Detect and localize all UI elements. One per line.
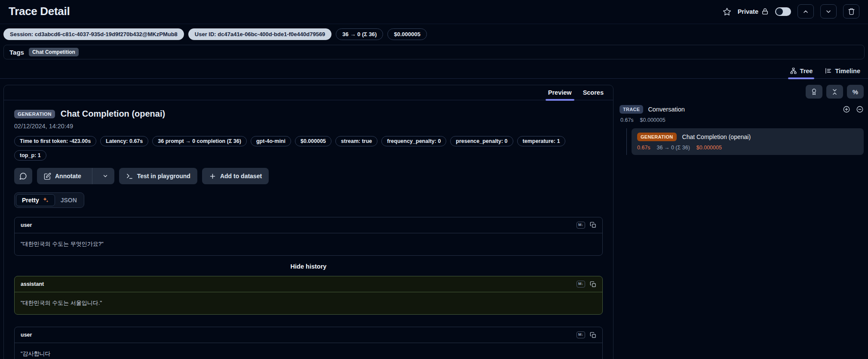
token-usage-badge: 36 → 0 (Σ 36)	[336, 28, 383, 40]
annotate-dropdown-button[interactable]	[96, 168, 114, 184]
delete-trace-button[interactable]	[843, 4, 859, 19]
user-id-badge[interactable]: User ID: dc47a41e-06bc-400d-bde1-f0e440d…	[188, 28, 332, 40]
tab-json[interactable]: JSON	[55, 195, 83, 206]
annotate-button[interactable]: Annotate	[37, 168, 88, 184]
chevron-up-icon	[802, 8, 809, 15]
main-area: Preview Scores GENERATION Chat Completio…	[0, 79, 868, 359]
markdown-toggle-icon[interactable]: M↓	[577, 281, 585, 288]
scores-award-button[interactable]	[806, 85, 822, 99]
pretty-label: Pretty	[22, 197, 39, 204]
message-assistant: assistant M↓ "대한민국의 수도는 서울입니다."	[14, 276, 603, 315]
message-role: user	[21, 332, 32, 338]
message-role: user	[21, 222, 32, 228]
fold-vertical-icon	[831, 88, 838, 96]
pill-token-usage: 36 prompt → 0 completion (Σ 36)	[152, 136, 247, 146]
expand-all-icon[interactable]	[843, 105, 850, 113]
session-badge[interactable]: Session: cd3abcd6-c81c-4037-935d-19d9f27…	[3, 28, 184, 40]
trace-cost: $0.000005	[640, 117, 666, 123]
generation-node-metrics: 0.67s 36 → 0 (Σ 36) $0.000005	[637, 145, 858, 151]
pen-square-icon	[44, 173, 51, 180]
pill-time-to-first-token: Time to first token: -423.00s	[14, 136, 96, 146]
tab-tree[interactable]: Tree	[790, 67, 813, 78]
trace-type-badge: TRACE	[620, 105, 643, 114]
node-cost: $0.000005	[696, 145, 722, 151]
generation-type-badge: GENERATION	[637, 133, 677, 141]
observation-panel: Preview Scores GENERATION Chat Completio…	[3, 85, 613, 359]
toggle-metrics-button[interactable]: %	[847, 85, 864, 99]
next-observation-button[interactable]	[820, 4, 837, 19]
sparkles-icon	[42, 197, 49, 204]
message-user-2: user M↓ "감사합니다 "	[14, 327, 603, 359]
trace-metrics: 0.67s $0.000005	[620, 114, 864, 128]
message-content: "대한민국의 수도는 무엇인가요?"	[15, 233, 602, 256]
add-to-dataset-button[interactable]: Add to dataset	[202, 168, 269, 184]
hide-history-button[interactable]: Hide history	[14, 256, 603, 276]
tag-chat-competition[interactable]: Chat Competition	[29, 48, 79, 56]
trace-tree-panel: % TRACE Conversation 0.67s $0.000005 GE	[620, 85, 865, 155]
cost-badge: $0.000005	[387, 28, 426, 40]
annotate-label: Annotate	[55, 173, 81, 180]
pill-latency: Latency: 0.67s	[100, 136, 148, 146]
collapse-node-icon[interactable]	[856, 105, 864, 113]
markdown-toggle-icon[interactable]: M↓	[577, 222, 585, 229]
format-toggle: Pretty JSON	[14, 192, 84, 208]
public-toggle[interactable]	[775, 7, 791, 16]
comments-button[interactable]	[14, 168, 32, 184]
copy-icon[interactable]	[590, 332, 596, 338]
comment-icon	[19, 172, 27, 180]
pill-frequency-penalty: frequency_penalty: 0	[381, 136, 446, 146]
percent-icon: %	[853, 88, 858, 96]
test-in-playground-button[interactable]: Test in playground	[119, 168, 197, 184]
tab-scores[interactable]: Scores	[583, 89, 604, 100]
button-divider	[92, 168, 92, 184]
pill-presence-penalty: presence_penalty: 0	[450, 136, 513, 146]
copy-icon[interactable]	[590, 222, 596, 228]
tab-preview[interactable]: Preview	[548, 89, 572, 100]
page-title: Trace Detail	[9, 5, 70, 18]
tab-timeline-label: Timeline	[835, 68, 860, 74]
terminal-icon	[126, 173, 133, 180]
tab-pretty[interactable]: Pretty	[16, 194, 55, 206]
message-content: "대한민국의 수도는 서울입니다."	[15, 292, 602, 315]
panel-tabs: Preview Scores	[4, 85, 613, 100]
messages-list: user M↓ "대한민국의 수도는 무엇인가요?" Hide history …	[14, 217, 603, 359]
tree-children: GENERATION Chat Completion (openai) 0.67…	[626, 128, 864, 155]
action-buttons: Annotate Test in playground Add to datas…	[4, 161, 613, 184]
message-role: assistant	[21, 281, 44, 287]
view-tabs: Tree Timeline	[0, 62, 868, 79]
generation-node-title: Chat Completion (openai)	[682, 133, 751, 140]
plus-icon	[209, 173, 216, 180]
trace-root-row[interactable]: TRACE Conversation	[620, 105, 864, 114]
node-latency: 0.67s	[637, 145, 650, 151]
trace-badges-row: Session: cd3abcd6-c81c-4037-935d-19d9f27…	[0, 24, 868, 44]
message-user-1: user M↓ "대한민국의 수도는 무엇인가요?"	[14, 217, 603, 256]
markdown-toggle-icon[interactable]: M↓	[577, 331, 585, 338]
metric-pills: Time to first token: -423.00s Latency: 0…	[4, 130, 606, 161]
star-icon[interactable]	[723, 7, 731, 16]
chevron-down-icon	[825, 8, 832, 15]
annotate-button-group: Annotate	[37, 168, 114, 184]
observation-type-badge: GENERATION	[14, 110, 55, 118]
generation-node-selected[interactable]: GENERATION Chat Completion (openai) 0.67…	[632, 128, 864, 155]
tab-timeline[interactable]: Timeline	[825, 67, 860, 78]
trash-icon	[848, 8, 855, 15]
tree-icon	[790, 67, 797, 74]
node-tokens: 36 → 0 (Σ 36)	[657, 145, 690, 151]
observation-title: Chat Completion (openai)	[61, 109, 165, 119]
header-actions: Private	[723, 4, 859, 19]
observation-timestamp: 02/12/2024, 14:20:49	[14, 123, 603, 130]
prev-observation-button[interactable]	[797, 4, 814, 19]
tags-container: Tags Chat Competition	[3, 45, 865, 59]
pill-top-p: top_p: 1	[14, 150, 46, 161]
timeline-icon	[825, 67, 832, 74]
tree-toolbar: %	[620, 85, 864, 105]
collapse-all-button[interactable]	[826, 85, 843, 99]
copy-icon[interactable]	[590, 281, 596, 288]
privacy-label: Private	[738, 8, 758, 15]
privacy-label-group: Private	[738, 8, 769, 15]
lock-icon	[761, 8, 769, 15]
tags-label: Tags	[9, 49, 24, 56]
trace-latency: 0.67s	[620, 117, 634, 123]
page-header: Trace Detail Private	[0, 0, 868, 24]
pill-temperature: temperature: 1	[517, 136, 566, 146]
